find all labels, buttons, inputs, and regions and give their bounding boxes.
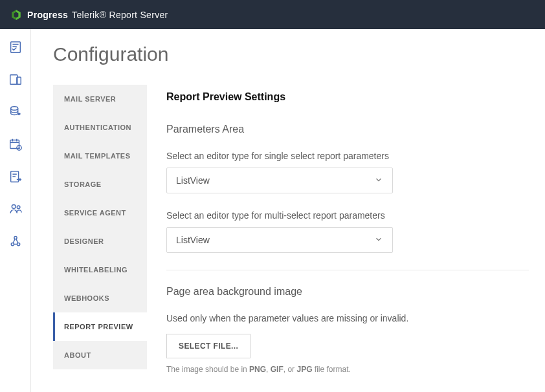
tab-about[interactable]: ABOUT — [53, 341, 147, 369]
tab-mail-server[interactable]: MAIL SERVER — [53, 85, 147, 113]
rail-schedule-icon[interactable] — [6, 135, 25, 153]
page-title: Configuration — [53, 43, 529, 65]
chevron-down-icon — [374, 175, 383, 186]
multi-editor-select[interactable]: ListView — [166, 227, 393, 253]
single-editor-select[interactable]: ListView — [166, 168, 393, 193]
format-hint-suffix: file format. — [312, 365, 350, 374]
format-hint-prefix: The image should be in — [166, 365, 249, 374]
format-sep2: , or — [284, 365, 297, 374]
single-editor-value: ListView — [176, 175, 210, 186]
tab-webhooks[interactable]: WEBHOOKS — [53, 284, 147, 312]
svg-rect-4 — [10, 140, 19, 149]
left-rail — [0, 29, 31, 392]
multi-editor-label: Select an editor type for multi-select r… — [166, 210, 529, 221]
rail-webhooks-icon[interactable] — [6, 232, 25, 250]
brand-progress-text: Progress — [27, 10, 68, 20]
topbar: Progress Telerik® Report Server — [0, 0, 545, 29]
config-panel: Report Preview Settings Parameters Area … — [147, 85, 529, 374]
format-sep1: , — [266, 365, 271, 374]
tab-mail-templates[interactable]: MAIL TEMPLATES — [53, 142, 147, 170]
svg-point-9 — [11, 243, 14, 245]
rail-reports-icon[interactable] — [6, 38, 25, 56]
svg-point-8 — [17, 206, 20, 209]
tab-whitelabeling[interactable]: WHITELABELING — [53, 256, 147, 284]
multi-editor-value: ListView — [176, 235, 210, 245]
brand-product-text: Telerik® Report Server — [72, 10, 168, 20]
rail-export-icon[interactable] — [6, 168, 25, 186]
rail-devices-icon[interactable] — [6, 71, 25, 89]
tab-service-agent[interactable]: SERVICE AGENT — [53, 199, 147, 227]
format-png: PNG — [249, 365, 266, 374]
single-editor-label: Select an editor type for single select … — [166, 151, 529, 161]
svg-rect-0 — [10, 42, 20, 53]
content: Configuration MAIL SERVER AUTHENTICATION… — [31, 29, 545, 392]
bg-image-heading: Page area background image — [166, 286, 529, 298]
svg-point-3 — [10, 107, 17, 111]
tab-report-preview[interactable]: REPORT PREVIEW — [53, 312, 147, 341]
divider — [166, 270, 529, 270]
layout: Configuration MAIL SERVER AUTHENTICATION… — [0, 29, 545, 392]
svg-point-11 — [14, 236, 16, 239]
chevron-down-icon — [374, 235, 383, 246]
tab-designer[interactable]: DESIGNER — [53, 227, 147, 256]
svg-point-7 — [12, 204, 16, 208]
config-wrap: MAIL SERVER AUTHENTICATION MAIL TEMPLATE… — [53, 85, 529, 374]
progress-logo-icon — [10, 9, 22, 21]
parameters-area-heading: Parameters Area — [166, 124, 529, 135]
svg-point-10 — [17, 243, 19, 245]
config-tabs: MAIL SERVER AUTHENTICATION MAIL TEMPLATE… — [53, 85, 147, 369]
format-jpg: JPG — [296, 365, 312, 374]
tab-storage[interactable]: STORAGE — [53, 170, 147, 199]
tab-authentication[interactable]: AUTHENTICATION — [53, 113, 147, 142]
brand: Progress Telerik® Report Server — [10, 9, 168, 21]
format-gif: GIF — [271, 365, 284, 374]
select-file-button[interactable]: SELECT FILE... — [166, 334, 250, 358]
rail-users-icon[interactable] — [6, 200, 25, 218]
file-format-hint: The image should be in PNG, GIF, or JPG … — [166, 365, 529, 374]
panel-title: Report Preview Settings — [166, 91, 529, 103]
bg-image-hint: Used only when the parameter values are … — [166, 313, 529, 323]
rail-data-icon[interactable] — [6, 103, 25, 121]
